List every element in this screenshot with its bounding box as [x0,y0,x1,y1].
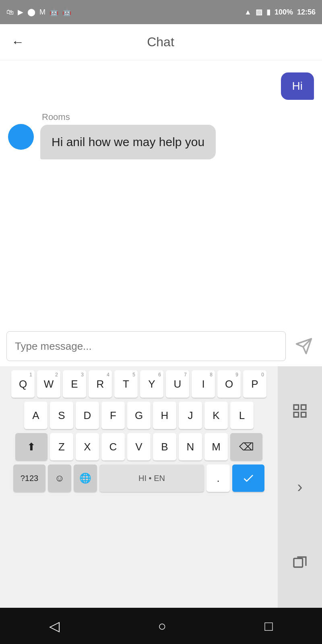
status-info-right: ▲ ▨ ▮ 100% 12:56 [244,8,316,17]
battery-percent: 100% [275,8,293,17]
page-title: Chat [27,35,294,50]
nav-recents-button[interactable]: □ [264,618,273,634]
app-icon-3: ⬤ [27,8,35,17]
send-icon [295,337,313,355]
status-icons-left: 🛍 ▶ ⬤ M 🤖 🤖 [6,8,71,17]
message-received: Rooms Hi anil how we may help you [8,112,314,159]
key-period[interactable]: . [206,464,230,492]
key-w[interactable]: 2W [37,370,60,398]
key-u[interactable]: 7U [166,370,189,398]
key-d[interactable]: D [76,402,99,429]
key-enter[interactable] [232,464,264,492]
nav-bar: ◁ ○ □ [0,608,322,644]
keyboard-next-button[interactable]: › [285,472,315,502]
nav-home-button[interactable]: ○ [158,618,166,634]
app-icon-5: 🤖 [50,8,58,17]
key-z[interactable]: Z [50,433,73,460]
key-r[interactable]: 4R [89,370,112,398]
keyboard-side: › [278,366,322,608]
key-lang[interactable]: 🌐 [74,464,97,492]
key-o[interactable]: 9O [217,370,241,398]
key-v[interactable]: V [127,433,151,460]
key-j[interactable]: J [179,402,202,429]
keyboard-area: 1Q 2W 3E 4R 5T 6Y 7U 8I 9O 0P A S D F G … [0,366,322,608]
bubble-received: Hi anil how we may help you [40,125,216,159]
key-row-3: ⬆ Z X C V B N M ⌫ [3,433,275,460]
signal-icon: ▨ [256,8,262,17]
key-row-2: A S D F G H J K L [3,402,275,429]
status-bar: 🛍 ▶ ⬤ M 🤖 🤖 ▲ ▨ ▮ 100% 12:56 [0,0,322,24]
key-h[interactable]: H [153,402,176,429]
app-bar: ← Chat [0,24,322,60]
key-space[interactable]: HI • EN [99,464,204,492]
sender-name: Rooms [42,112,216,122]
key-row-4: ?123 ☺ 🌐 HI • EN . [3,464,275,492]
bubble-sent: Hi [281,72,314,100]
key-f[interactable]: F [101,402,125,429]
chat-area: Hi Rooms Hi anil how we may help you [0,60,322,326]
key-b[interactable]: B [153,433,176,460]
message-input[interactable] [6,331,286,361]
key-t[interactable]: 5T [114,370,138,398]
keyboard-main: 1Q 2W 3E 4R 5T 6Y 7U 8I 9O 0P A S D F G … [0,366,278,608]
key-y[interactable]: 6Y [140,370,163,398]
key-l[interactable]: L [230,402,254,429]
send-button[interactable] [292,334,316,358]
keyboard-popup-button[interactable] [285,548,315,578]
svg-rect-0 [294,559,303,568]
message-sent: Hi [8,72,314,100]
clock: 12:56 [297,8,316,17]
key-c[interactable]: C [101,433,125,460]
back-button[interactable]: ← [8,31,27,53]
key-g[interactable]: G [127,402,151,429]
app-icon-2: ▶ [18,8,23,17]
key-emoji[interactable]: ☺ [48,464,71,492]
key-p[interactable]: 0P [243,370,266,398]
key-s[interactable]: S [50,402,73,429]
app-icon-6: 🤖 [62,8,71,17]
battery-icon: ▮ [266,8,270,17]
app-icon-4: M [39,8,45,17]
key-a[interactable]: A [24,402,47,429]
keyboard-expand-button[interactable] [285,396,315,426]
key-i[interactable]: 8I [192,370,215,398]
wifi-icon: ▲ [244,8,252,17]
key-x[interactable]: X [76,433,99,460]
app-icon-1: 🛍 [6,8,14,17]
key-k[interactable]: K [204,402,228,429]
key-m[interactable]: M [204,433,228,460]
avatar [8,124,34,150]
message-content: Rooms Hi anil how we may help you [40,112,216,159]
input-area [0,326,322,366]
key-backspace[interactable]: ⌫ [230,433,262,460]
key-num-toggle[interactable]: ?123 [13,464,45,492]
nav-back-button[interactable]: ◁ [49,618,60,634]
key-e[interactable]: 3E [63,370,86,398]
key-q[interactable]: 1Q [11,370,35,398]
key-shift[interactable]: ⬆ [15,433,47,460]
key-row-1: 1Q 2W 3E 4R 5T 6Y 7U 8I 9O 0P [3,370,275,398]
key-n[interactable]: N [179,433,202,460]
